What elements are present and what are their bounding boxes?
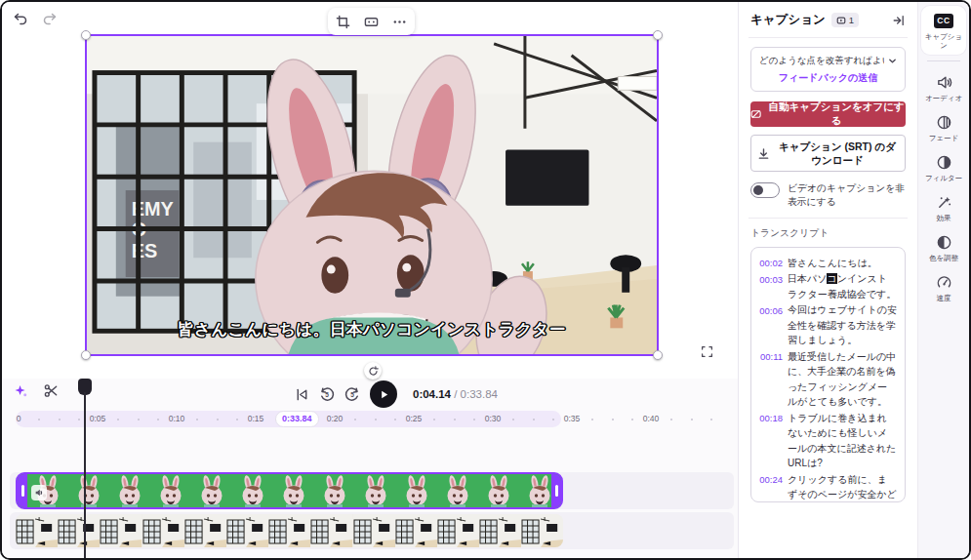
transcript-timestamp[interactable]: 00:02 xyxy=(757,256,783,271)
tools-rail: CCキャプションオーディオフェードフィルター効果色を調整速度 xyxy=(917,2,969,558)
transcript-text[interactable]: 最近受信したメールの中に、大手企業の名前を偽ったフィッシングメールがとても多いで… xyxy=(788,349,897,410)
ruler-tick-label: 0:40 xyxy=(643,414,660,423)
selection-handle-br[interactable] xyxy=(653,350,663,360)
more-icon[interactable] xyxy=(392,15,407,29)
transcript-text[interactable]: 今回はウェブサイトの安全性を確認する方法を学習しましょう。 xyxy=(788,302,897,348)
redo-icon[interactable] xyxy=(41,10,59,27)
clip-audio-muted-icon xyxy=(31,485,47,500)
video-preview[interactable]: EMY O ES xyxy=(85,34,659,356)
ruler-tick-label: 0:25 xyxy=(406,414,423,423)
video-frame: EMY O ES xyxy=(87,36,657,354)
background-clip-thumbnails xyxy=(16,514,563,547)
transcript-text[interactable]: 日本パソコンインストラクター養成協会です。 xyxy=(788,271,897,301)
ruler-tick-dot xyxy=(454,419,456,420)
download-srt-button[interactable]: キャプション (SRT) のダウンロード xyxy=(750,135,906,172)
transcript-label: トランスクリプト xyxy=(750,227,906,240)
transcript-text[interactable]: トラブルに巻き込まれないためにも怪しいメールの本文に記述されたURLは? xyxy=(788,411,897,471)
ruler-tick-label: 0:15 xyxy=(248,414,264,423)
svg-text:5: 5 xyxy=(325,391,329,398)
ruler-tick-label: 0:05 xyxy=(90,414,106,423)
transcript-text[interactable]: 皆さんこんにちは。 xyxy=(788,256,897,271)
ruler-tick-dot xyxy=(691,419,693,420)
video-clip-selected[interactable] xyxy=(16,472,563,509)
transcript-timestamp[interactable]: 00:06 xyxy=(757,302,783,348)
total-time: 0:33.84 xyxy=(461,388,498,400)
canvas-area: EMY O ES xyxy=(2,2,738,379)
auto-captions-off-button[interactable]: 自動キャプションをオフにする xyxy=(750,101,906,127)
transcript-timestamp[interactable]: 00:24 xyxy=(757,472,783,502)
rewind-5s-icon[interactable]: 5 xyxy=(319,386,335,402)
download-icon xyxy=(757,147,770,160)
transcript-timestamp[interactable]: 00:11 xyxy=(757,349,783,410)
video-page-icon xyxy=(836,16,846,25)
ruler-tick-dot xyxy=(78,419,80,420)
rail-item-speed[interactable]: 速度 xyxy=(921,267,966,307)
timeline-ruler[interactable]: 00:050:100:150:200:250:300:350:40 0:33.8… xyxy=(2,410,738,429)
rail-item-fade[interactable]: フェード xyxy=(921,107,966,147)
chevron-down-icon[interactable] xyxy=(888,57,897,65)
rail-item-color-adjust[interactable]: 色を調整 xyxy=(921,227,966,267)
track-row-background xyxy=(10,512,734,549)
captions-off-icon xyxy=(750,108,761,120)
selection-handle-bl[interactable] xyxy=(81,350,91,360)
play-button[interactable] xyxy=(370,380,397,408)
fade-icon xyxy=(921,113,966,131)
selection-handle-tl[interactable] xyxy=(81,30,91,40)
fit-icon[interactable] xyxy=(364,15,379,29)
caption-count-badge: 1 xyxy=(831,13,859,27)
duration-badge: 0:33.84 xyxy=(275,411,319,427)
captions-icon: CC xyxy=(921,12,966,29)
rotate-handle-icon[interactable] xyxy=(364,362,382,380)
filter-icon xyxy=(921,153,966,171)
transcript-row[interactable]: 00:11最近受信したメールの中に、大手企業の名前を偽ったフィッシングメールがと… xyxy=(757,349,897,410)
transcript-row[interactable]: 00:18トラブルに巻き込まれないためにも怪しいメールの本文に記述されたURLは… xyxy=(757,411,897,471)
timeline: 5 5 0:04.14 / 0:33.84 00:050:100:150:200… xyxy=(2,379,738,558)
current-time: 0:04.14 xyxy=(413,388,451,400)
ruler-tick-dot xyxy=(217,419,219,420)
selection-handle-tr[interactable] xyxy=(653,30,663,40)
crop-icon[interactable] xyxy=(336,15,350,29)
transcript-timestamp[interactable]: 00:03 xyxy=(757,271,783,301)
ruler-tick-dot xyxy=(138,419,140,420)
hide-captions-label: ビデオのキャプションを非表示にする xyxy=(788,181,906,208)
transcript-box[interactable]: 00:02皆さんこんにちは。00:03日本パソコンインストラクター養成協会です。… xyxy=(750,247,906,502)
transcript-text[interactable]: クリックする前に、まずそのページが安全かどうかを確認する操作手順を覚えておきまし… xyxy=(788,472,897,502)
audio-icon xyxy=(921,73,966,91)
collapse-panel-icon[interactable] xyxy=(892,14,906,27)
transcript-row[interactable]: 00:03日本パソコンインストラクター養成協会です。 xyxy=(757,271,897,301)
ruler-tick-dot xyxy=(157,419,159,420)
transcript-timestamp[interactable]: 00:18 xyxy=(757,411,783,471)
background-clip[interactable] xyxy=(16,514,563,547)
send-feedback-link[interactable]: フィードバックの送信 xyxy=(759,71,897,85)
ruler-tick-label: 0:20 xyxy=(327,414,344,423)
hide-captions-toggle[interactable] xyxy=(750,182,780,198)
rail-item-effects[interactable]: 効果 xyxy=(921,187,966,227)
magic-sparkle-icon[interactable] xyxy=(14,383,28,398)
rail-item-captions[interactable]: CCキャプション xyxy=(921,6,966,55)
skip-to-start-icon[interactable] xyxy=(295,387,309,402)
ruler-tick-dot xyxy=(710,419,712,420)
ruler-tick-dot xyxy=(631,419,633,420)
trim-handle-left[interactable] xyxy=(18,474,27,507)
fullscreen-icon[interactable] xyxy=(701,345,713,358)
color-adjust-icon xyxy=(921,233,966,251)
feedback-box: どのような点を改善すればよいでし。 フィードバックの送信 xyxy=(750,47,906,92)
app-window: EMY O ES xyxy=(0,0,971,560)
ruler-tick-dot xyxy=(591,419,593,420)
ruler-tick-label: 0 xyxy=(17,414,21,423)
ruler-tick-label: 0:30 xyxy=(485,414,502,423)
undo-icon[interactable] xyxy=(12,10,29,27)
transcript-row[interactable]: 00:24クリックする前に、まずそのページが安全かどうかを確認する操作手順を覚え… xyxy=(757,472,897,502)
floating-toolbar xyxy=(328,8,415,35)
ruler-tick-dot xyxy=(236,419,238,420)
ruler-tick-dot xyxy=(552,419,554,420)
trim-handle-right[interactable] xyxy=(551,474,561,507)
transcript-row[interactable]: 00:06今回はウェブサイトの安全性を確認する方法を学習しましょう。 xyxy=(757,302,897,348)
rail-item-audio[interactable]: オーディオ xyxy=(921,67,966,107)
ruler-tick-dot xyxy=(59,419,61,420)
rail-item-filter[interactable]: フィルター xyxy=(921,147,966,187)
video-clip-thumbnails xyxy=(27,474,551,507)
forward-5s-icon[interactable]: 5 xyxy=(344,386,360,402)
transcript-row[interactable]: 00:02皆さんこんにちは。 xyxy=(757,256,897,271)
split-scissors-icon[interactable] xyxy=(44,383,59,398)
